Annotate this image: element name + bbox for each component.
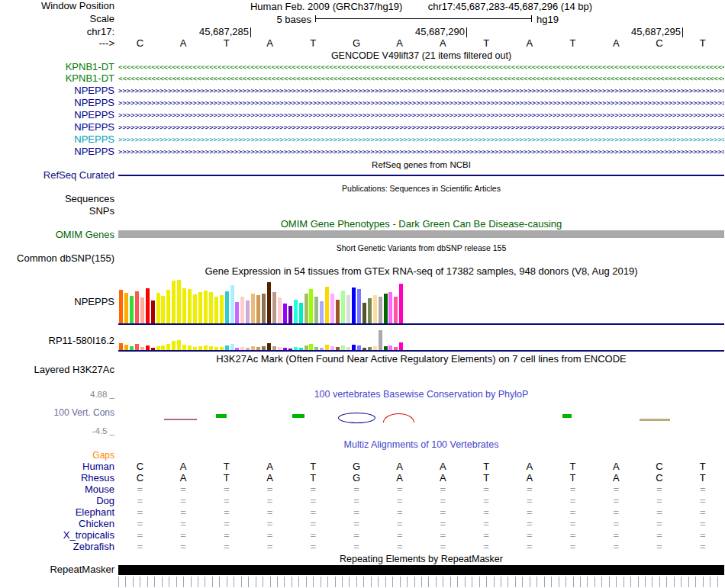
- center-label-gencode-v49lift37-21-items-filtered-out[interactable]: GENCODE V49lift37 (21 items filtered out…: [118, 50, 724, 61]
- gtex-npepps-gene-line[interactable]: [118, 323, 724, 325]
- alignment-row-human[interactable]: CATATGAATATACT: [118, 461, 724, 472]
- alignment-row-x-tropicalis[interactable]: ==============: [118, 530, 724, 541]
- alignment-row-mouse[interactable]: ==============: [118, 484, 724, 495]
- gtex-tissue-bar: [352, 345, 356, 350]
- left-label-npepps[interactable]: NPEPPS: [74, 297, 114, 307]
- species-label-zebrafish[interactable]: Zebrafish: [73, 541, 114, 552]
- left-label-chr17[interactable]: chr17:: [87, 27, 114, 37]
- gtex-tissue-bar: [278, 297, 282, 323]
- gtex-tissue-bar: [379, 330, 382, 350]
- gene-strand-arrows-npepps-6[interactable]: >>>>>>>>>>>>>>>>>>>>>>>>>>>>>>>>>>>>>>>>…: [118, 136, 724, 143]
- gene-label-npepps-3[interactable]: NPEPPS: [74, 98, 114, 108]
- alignment-cell: =: [248, 496, 292, 506]
- alignment-cell: =: [681, 484, 724, 495]
- left-label-100-vert-cons[interactable]: 100 Vert. Cons: [54, 407, 114, 418]
- gene-label-kpnb1-dt-0[interactable]: KPNB1-DT: [66, 62, 114, 72]
- species-label-chicken[interactable]: Chicken: [79, 519, 114, 529]
- alignment-cell: =: [248, 541, 292, 552]
- alignment-row-rhesus[interactable]: CATATGAATATACT: [118, 473, 724, 484]
- center-label-100-vertebrates-basewise-conservation-by-p[interactable]: 100 vertebrates Basewise Conservation by…: [118, 389, 724, 400]
- species-label-mouse[interactable]: Mouse: [85, 484, 114, 495]
- gene-strand-arrows-npepps-4[interactable]: >>>>>>>>>>>>>>>>>>>>>>>>>>>>>>>>>>>>>>>>…: [118, 111, 724, 119]
- gtex-tissue-bar: [352, 288, 356, 323]
- gtex-rp11-gene-line[interactable]: [118, 350, 724, 352]
- alignment-cell: =: [594, 530, 638, 541]
- alignment-cell: =: [118, 484, 162, 495]
- gtex-tissue-bar: [188, 345, 192, 350]
- alignment-cell: A: [594, 461, 638, 472]
- left-label-refseq-curated[interactable]: RefSeq Curated: [44, 170, 114, 181]
- gtex-tissue-bar: [325, 345, 329, 350]
- left-label-omim-genes[interactable]: OMIM Genes: [56, 230, 114, 240]
- species-label-human[interactable]: Human: [82, 461, 114, 472]
- omim-genes-bar[interactable]: [118, 230, 724, 238]
- gene-strand-arrows-kpnb1-dt-1[interactable]: <<<<<<<<<<<<<<<<<<<<<<<<<<<<<<<<<<<<<<<<…: [118, 75, 724, 82]
- left-label-scale[interactable]: Scale: [89, 14, 114, 24]
- base-position-sequence[interactable]: CATATGAATATACT: [118, 38, 724, 49]
- gtex-tissue-bar: [320, 348, 324, 350]
- left-label-sequences[interactable]: Sequences: [65, 194, 114, 204]
- gene-strand-arrows-npepps-3[interactable]: >>>>>>>>>>>>>>>>>>>>>>>>>>>>>>>>>>>>>>>>…: [118, 99, 724, 107]
- left-label-rp11-580i16-2[interactable]: RP11-580I16.2: [49, 336, 115, 346]
- base-letter: A: [378, 38, 421, 49]
- gene-label-kpnb1-dt-1[interactable]: KPNB1-DT: [66, 73, 114, 84]
- center-label-omim-gene-phenotypes-dark-green-can-be-dis[interactable]: OMIM Gene Phenotypes - Dark Green Can Be…: [118, 219, 724, 230]
- gene-label-npepps-6[interactable]: NPEPPS: [74, 134, 114, 145]
- center-label-repeating-elements-by-repeatmasker[interactable]: Repeating Elements by RepeatMasker: [118, 554, 724, 564]
- alignment-cell: =: [638, 507, 682, 518]
- refseq-curated-line[interactable]: [118, 175, 724, 176]
- center-label-h3k27ac-mark-often-found-near-active-regul[interactable]: H3K27Ac Mark (Often Found Near Active Re…: [118, 354, 724, 365]
- phylop-mark-arc: [383, 413, 414, 423]
- gene-strand-arrows-kpnb1-dt-0[interactable]: <<<<<<<<<<<<<<<<<<<<<<<<<<<<<<<<<<<<<<<<…: [118, 63, 724, 71]
- bottom-guide-tick: [515, 577, 516, 587]
- species-label-x-tropicalis[interactable]: X_tropicalis: [63, 530, 114, 541]
- alignment-row-dog[interactable]: ==============: [118, 496, 724, 506]
- gene-label-npepps-7[interactable]: NPEPPS: [74, 146, 114, 157]
- alignment-cell: =: [292, 507, 335, 518]
- alignment-cell: =: [335, 484, 379, 495]
- gtex-tissue-bar: [151, 348, 155, 350]
- species-label-dog[interactable]: Dog: [96, 496, 114, 506]
- left-label-gaps[interactable]: Gaps: [92, 450, 114, 461]
- repeatmasker-bar[interactable]: [118, 565, 724, 575]
- gene-label-npepps-2[interactable]: NPEPPS: [74, 85, 114, 96]
- species-label-rhesus[interactable]: Rhesus: [81, 473, 114, 484]
- gtex-tissue-bar: [346, 295, 350, 323]
- center-label-multiz-alignments-of-100-vertebrates[interactable]: Multiz Alignments of 100 Vertebrates: [118, 439, 724, 450]
- gtex-tissue-bar: [388, 345, 392, 350]
- gene-label-npepps-5[interactable]: NPEPPS: [74, 122, 114, 133]
- gene-strand-arrows-npepps-7[interactable]: >>>>>>>>>>>>>>>>>>>>>>>>>>>>>>>>>>>>>>>>…: [118, 148, 724, 156]
- left-label-layered-h3k27ac[interactable]: Layered H3K27Ac: [34, 365, 114, 375]
- gene-label-npepps-4[interactable]: NPEPPS: [74, 110, 114, 120]
- alignment-row-elephant[interactable]: ==============: [118, 507, 724, 518]
- gtex-tissue-bar: [304, 294, 308, 323]
- alignment-row-chicken[interactable]: ==============: [118, 519, 724, 529]
- gtex-tissue-bar: [330, 346, 334, 350]
- left-label-4-88[interactable]: 4.88 _: [90, 389, 114, 400]
- bottom-guide-tick: [248, 577, 249, 587]
- left-label-repeatmasker[interactable]: RepeatMasker: [50, 564, 114, 575]
- gtex-tissue-bar: [188, 289, 192, 323]
- center-label-gene-expression-in-54-tissues-from-gtex-rn[interactable]: Gene Expression in 54 tissues from GTEx …: [118, 266, 724, 277]
- gtex-tissue-bar: [209, 346, 213, 350]
- bottom-guide-tick: [666, 577, 667, 587]
- left-label-snps[interactable]: SNPs: [89, 206, 114, 217]
- alignment-cell: T: [551, 473, 594, 484]
- left-label-window-position[interactable]: Window Position: [41, 1, 114, 11]
- gtex-tissue-bar: [146, 288, 150, 323]
- left-label-[interactable]: --->: [98, 38, 114, 49]
- center-label-refseq-genes-from-ncbi[interactable]: RefSeq genes from NCBI: [118, 159, 724, 170]
- alignment-cell: T: [465, 461, 508, 472]
- alignment-cell: =: [292, 530, 335, 541]
- center-label-short-genetic-variants-from-dbsnp-release-[interactable]: Short Genetic Variants from dbSNP releas…: [118, 243, 724, 253]
- species-label-elephant[interactable]: Elephant: [76, 507, 114, 518]
- gene-strand-arrows-npepps-5[interactable]: >>>>>>>>>>>>>>>>>>>>>>>>>>>>>>>>>>>>>>>>…: [118, 124, 724, 131]
- alignment-row-zebrafish[interactable]: ==============: [118, 541, 724, 552]
- left-label-common-dbsnp-155[interactable]: Common dbSNP(155): [17, 253, 114, 264]
- left-label-4-5[interactable]: -4.5 _: [92, 426, 114, 436]
- alignment-cell: =: [378, 496, 421, 506]
- gtex-tissue-bar: [346, 347, 350, 350]
- alignment-cell: T: [205, 473, 248, 484]
- center-label-publications-sequences-in-scientific-artic[interactable]: Publications: Sequences in Scientific Ar…: [118, 183, 724, 194]
- gene-strand-arrows-npepps-2[interactable]: >>>>>>>>>>>>>>>>>>>>>>>>>>>>>>>>>>>>>>>>…: [118, 87, 724, 95]
